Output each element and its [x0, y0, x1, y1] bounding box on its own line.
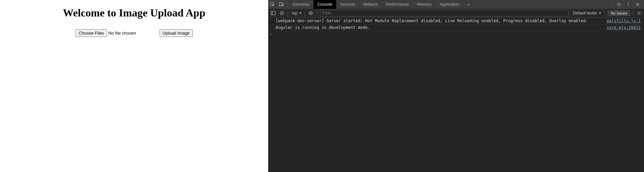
log-source-link[interactable]: polyfills.js:1 [607, 18, 641, 24]
log-levels-selector[interactable]: Default levels ▼ [571, 11, 603, 15]
separator [288, 10, 288, 16]
context-selector[interactable]: top ▼ [291, 11, 303, 15]
filter-input[interactable] [320, 10, 569, 16]
svg-point-6 [628, 5, 629, 6]
app-pane: Welcome to Image Upload App Choose Files… [0, 0, 268, 172]
separator [287, 2, 287, 7]
inspect-element-icon[interactable] [268, 0, 277, 9]
choose-files-button[interactable]: Choose Files [75, 29, 107, 37]
kebab-menu-icon[interactable] [624, 0, 633, 9]
levels-label: Default levels [573, 11, 597, 15]
close-devtools-icon[interactable] [633, 0, 642, 9]
separator [305, 10, 305, 16]
log-source-link[interactable]: core.mjs:26021 [607, 25, 641, 31]
tab-application[interactable]: Application [435, 0, 463, 9]
svg-rect-2 [282, 3, 284, 6]
filter-wrapper [320, 10, 569, 16]
context-label: top [292, 11, 298, 15]
svg-point-12 [638, 12, 640, 14]
log-message: [webpack-dev-server] Server started: Hot… [276, 18, 607, 24]
console-prompt-row[interactable]: › [268, 31, 644, 37]
svg-point-11 [310, 12, 311, 14]
upload-row: Choose Files No file chosen Upload Image [0, 29, 268, 37]
console-settings-gear-icon[interactable] [635, 9, 643, 17]
svg-point-3 [618, 4, 620, 5]
svg-rect-1 [279, 2, 282, 6]
console-toolbar: top ▼ Default levels ▼ No Issues [268, 9, 644, 18]
file-input-group: Choose Files No file chosen [75, 29, 136, 37]
issues-button[interactable]: No Issues [608, 10, 630, 16]
prompt-chevron-icon: › [270, 32, 273, 37]
upload-image-button[interactable]: Upload Image [160, 29, 193, 37]
tab-console[interactable]: Console [313, 0, 336, 9]
svg-point-4 [628, 2, 629, 3]
tabbar-right [611, 0, 644, 9]
file-status-text: No file chosen [108, 31, 136, 36]
devtools-pane: Elements Console Sources Network Perform… [268, 0, 644, 172]
chevron-down-icon: ▼ [598, 11, 601, 15]
console-output: [webpack-dev-server] Server started: Hot… [268, 18, 644, 172]
tab-memory[interactable]: Memory [413, 0, 435, 9]
svg-rect-7 [271, 11, 275, 15]
tab-network[interactable]: Network [359, 0, 382, 9]
clear-console-icon[interactable] [278, 9, 286, 17]
tabbar-left: Elements Console Sources Network Perform… [268, 0, 474, 8]
svg-point-5 [628, 4, 629, 4]
devtools-tabbar: Elements Console Sources Network Perform… [268, 0, 644, 9]
separator [612, 2, 612, 7]
log-row: Angular is running in development mode. … [268, 25, 644, 31]
chevron-down-icon: ▼ [299, 11, 302, 15]
tab-performance[interactable]: Performance [382, 0, 413, 9]
more-tabs-button[interactable]: » [463, 0, 474, 9]
tab-sources[interactable]: Sources [336, 0, 359, 9]
svg-line-10 [281, 12, 283, 14]
log-row: [webpack-dev-server] Server started: Hot… [268, 18, 644, 25]
page-title: Welcome to Image Upload App [0, 7, 268, 19]
separator [633, 10, 633, 16]
live-expression-eye-icon[interactable] [306, 9, 315, 17]
device-toggle-icon[interactable] [277, 0, 286, 9]
settings-gear-icon[interactable] [614, 0, 623, 9]
toggle-sidebar-icon[interactable] [269, 9, 278, 17]
separator [605, 10, 605, 16]
separator [316, 10, 317, 16]
log-message: Angular is running in development mode. [276, 25, 607, 31]
tab-elements[interactable]: Elements [289, 0, 313, 9]
